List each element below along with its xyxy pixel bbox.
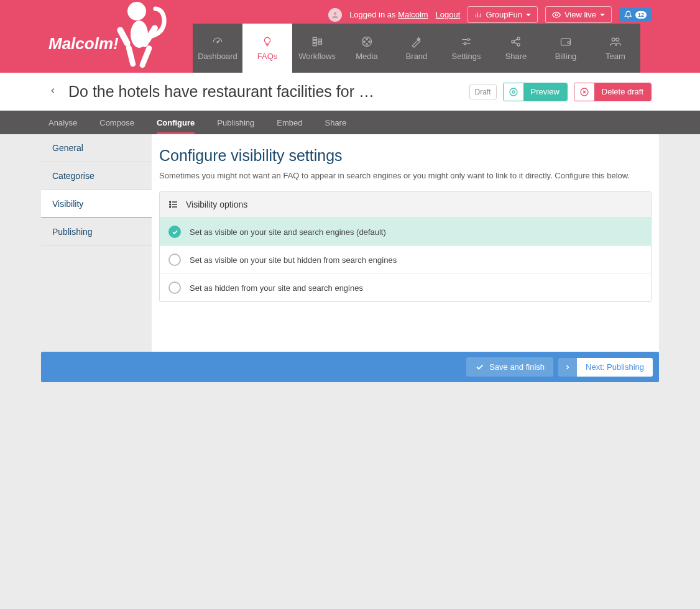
logout-link[interactable]: Logout [436,10,461,19]
chevron-down-icon [600,14,605,16]
nav-workflows[interactable]: Workflows [292,24,342,73]
option-label: Set as visible on your site and search e… [190,227,386,237]
notification-count: 12 [635,11,647,19]
subtab-configure[interactable]: Configure [157,111,195,134]
sidebar-item-visibility[interactable]: Visibility [41,190,152,218]
visibility-options-card: Visibility options Set as visible on you… [159,191,652,302]
svg-point-2 [127,2,146,21]
svg-point-19 [467,39,469,40]
logged-in-label: Logged in as Malcolm [349,10,428,19]
page-title: Do the hotels have restaurant facilities… [68,83,458,101]
user-link[interactable]: Malcolm [398,10,428,19]
radio-unselected-icon [168,254,181,266]
org-switcher[interactable]: GroupFun [467,6,538,23]
main-nav: Dashboard FAQs Workflows Media Brand Set… [193,24,640,73]
svg-point-0 [334,12,337,15]
svg-rect-11 [313,44,316,45]
visibility-option-visible[interactable]: Set as visible on your site and search e… [160,218,651,245]
preview-button[interactable]: Preview [503,83,568,101]
options-header: Visibility options [160,192,651,218]
content: General Categorise Visibility Publishing… [0,134,700,352]
title-row: Do the hotels have restaurant facilities… [0,73,700,111]
subtab-embed[interactable]: Embed [277,111,302,134]
svg-rect-9 [313,37,316,39]
svg-rect-7 [139,45,153,69]
subtab-compose[interactable]: Compose [99,111,134,134]
svg-point-26 [616,38,619,41]
svg-rect-12 [318,39,322,41]
reel-icon [361,35,373,48]
status-badge: Draft [469,85,497,99]
svg-rect-4 [116,26,132,48]
subtab-publishing[interactable]: Publishing [217,111,254,134]
nav-faqs[interactable]: FAQs [242,24,292,73]
radio-unselected-icon [168,282,181,294]
sidebar-item-categorise[interactable]: Categorise [41,162,152,190]
nav-billing[interactable]: Billing [541,24,591,73]
svg-rect-13 [318,42,322,44]
sidebar-item-publishing[interactable]: Publishing [41,218,152,246]
save-button[interactable]: Save and finish [466,357,553,377]
subtab-share[interactable]: Share [325,111,346,134]
nav-share[interactable]: Share [491,24,541,73]
chevron-down-icon [526,14,531,16]
visibility-option-hidden-all[interactable]: Set as hidden from your site and search … [160,273,651,301]
team-icon [609,35,622,48]
svg-point-18 [364,41,366,43]
wallet-icon [560,35,572,48]
nav-brand[interactable]: Brand [392,24,441,73]
brand-logo[interactable]: Malcolm! [48,34,119,53]
nav-settings[interactable]: Settings [441,24,491,73]
view-live-button[interactable]: View live [545,6,612,23]
svg-point-17 [366,44,368,45]
top-bar: Logged in as Malcolm Logout GroupFun Vie… [0,0,700,73]
sidebar: General Categorise Visibility Publishing [41,134,152,352]
bell-icon [624,11,632,19]
chevron-left-icon [48,85,57,96]
chevron-right-icon [564,363,571,372]
svg-point-32 [170,206,171,208]
wand-icon [410,35,423,48]
eye-icon [552,11,561,19]
footer-bar: Save and finish Next: Publishing [41,352,659,382]
subtab-analyse[interactable]: Analyse [48,111,77,134]
delete-circle-icon [579,87,589,97]
visibility-option-hidden-search[interactable]: Set as visible on your site but hidden f… [160,245,651,273]
back-button[interactable] [48,85,57,99]
svg-point-27 [510,88,517,96]
sidebar-item-general[interactable]: General [41,134,152,162]
delete-button[interactable]: Delete draft [574,83,652,101]
eye-circle-icon [509,87,518,97]
svg-rect-6 [126,44,136,67]
avatar [328,8,342,22]
next-button[interactable]: Next: Publishing [558,358,653,377]
svg-rect-10 [313,40,316,42]
lightbulb-icon [262,35,273,48]
svg-point-20 [464,43,466,45]
list-icon [168,199,178,209]
svg-point-15 [366,39,368,40]
svg-point-22 [517,37,520,40]
option-label: Set as hidden from your site and search … [190,283,363,293]
svg-point-30 [170,201,171,203]
top-controls: Logged in as Malcolm Logout GroupFun Vie… [328,6,652,23]
svg-point-31 [170,204,171,205]
option-label: Set as visible on your site but hidden f… [190,255,397,265]
notifications-button[interactable]: 12 [619,8,652,21]
title-actions: Draft Preview Delete draft [469,83,652,101]
nav-team[interactable]: Team [591,24,640,73]
panel-title: Configure visibility settings [159,147,652,165]
gauge-icon [211,36,224,47]
nav-dashboard[interactable]: Dashboard [193,24,242,73]
monkey-icon [109,0,175,73]
svg-point-1 [555,14,558,16]
svg-point-25 [612,38,615,41]
svg-point-21 [512,40,514,43]
svg-point-23 [517,44,520,46]
radio-selected-icon [168,226,181,238]
layers-icon [311,35,323,48]
svg-point-28 [512,91,515,93]
share-icon [510,35,522,48]
sub-tabs: Analyse Compose Configure Publishing Emb… [0,111,700,134]
nav-media[interactable]: Media [342,24,392,73]
